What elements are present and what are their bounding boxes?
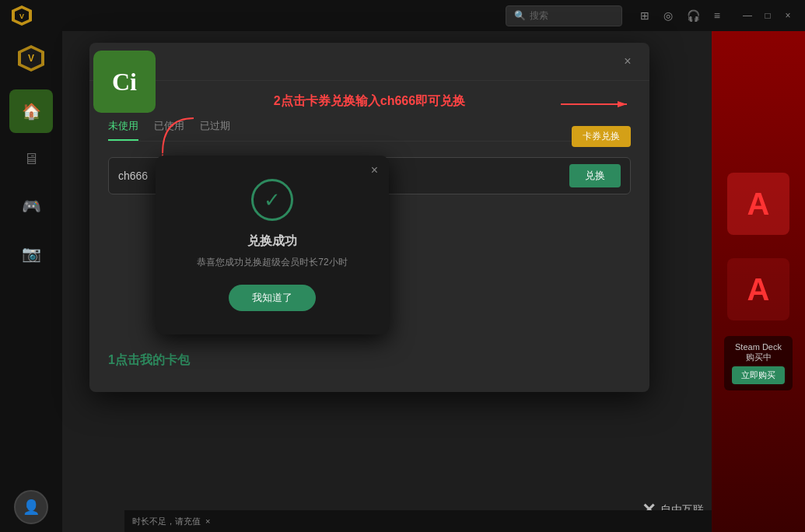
checkmark-icon: ✓: [264, 188, 281, 212]
search-placeholder: 搜索: [530, 9, 548, 23]
sidebar-logo: V: [12, 39, 51, 78]
success-dialog: × ✓ 兑换成功 恭喜您成功兑换超级会员时长72小时 我知道了: [156, 156, 389, 334]
grid-icon[interactable]: ⊞: [636, 8, 653, 23]
svg-text:V: V: [28, 53, 34, 64]
status-text: 时长不足，请充值: [132, 516, 201, 527]
search-box[interactable]: 🔍 搜索: [506, 5, 622, 26]
sidebar: V 🏠 🖥 🎮 📷 👤: [0, 31, 62, 532]
annotation-label: 2点击卡券兑换输入ch666即可兑换: [274, 94, 465, 107]
right-panel: A A Steam Deck 购买中 立即购买: [712, 31, 805, 532]
svg-text:V: V: [19, 12, 24, 20]
success-title: 兑换成功: [174, 233, 370, 250]
badge-line2: 购买中: [732, 352, 785, 363]
games-icon: 🎮: [22, 197, 41, 215]
app-logo: V: [8, 2, 36, 30]
game-logo-2: A: [727, 258, 789, 320]
badge-line1: Steam Deck: [732, 342, 785, 352]
success-close-button[interactable]: ×: [371, 163, 378, 177]
maximize-button[interactable]: □: [758, 6, 777, 25]
step1-label: 1点击我的卡包: [108, 352, 190, 369]
redeem-button[interactable]: 兑换: [569, 164, 621, 187]
avatar-icon: 👤: [23, 499, 40, 516]
arrow-right: [561, 95, 639, 114]
screen-icon: 🖥: [23, 150, 39, 168]
camera-icon: 📷: [22, 244, 41, 263]
confirm-button[interactable]: 我知道了: [229, 285, 316, 311]
logo-text: A: [747, 187, 770, 222]
sidebar-item-camera[interactable]: 📷: [9, 232, 53, 275]
search-area: 🔍 搜索 ⊞ ◎ 🎧 ≡ — □ ×: [506, 5, 797, 26]
menu-icon[interactable]: ≡: [710, 8, 724, 23]
sidebar-item-home[interactable]: 🏠: [9, 89, 53, 133]
status-bar: 时长不足，请充值 ×: [124, 510, 712, 532]
sidebar-bottom: 👤: [14, 490, 48, 524]
sidebar-item-games[interactable]: 🎮: [9, 184, 53, 228]
ci-logo: Ci: [93, 51, 156, 113]
arrow-down: [147, 114, 209, 161]
status-close[interactable]: ×: [205, 516, 210, 526]
title-icon-group: ⊞ ◎ 🎧 ≡: [636, 8, 724, 23]
avatar[interactable]: 👤: [14, 490, 48, 524]
search-icon: 🔍: [514, 10, 526, 21]
dialog-close-button[interactable]: ×: [620, 54, 635, 69]
success-icon: ✓: [251, 179, 293, 221]
buy-button[interactable]: 立即购买: [732, 366, 785, 384]
success-description: 恭喜您成功兑换超级会员时长72小时: [174, 256, 370, 269]
buy-badge: Steam Deck 购买中 立即购买: [724, 336, 793, 390]
title-bar: V 🔍 搜索 ⊞ ◎ 🎧 ≡ — □ ×: [0, 0, 805, 31]
close-button[interactable]: ×: [779, 6, 797, 25]
minimize-button[interactable]: —: [738, 6, 757, 25]
voucher-exchange-button[interactable]: 卡券兑换: [572, 126, 631, 147]
annotation-text: 2点击卡券兑换输入ch666即可兑换: [108, 93, 631, 110]
home-icon: 🏠: [22, 102, 41, 121]
user-icon[interactable]: ◎: [660, 8, 677, 23]
window-controls: — □ ×: [738, 6, 797, 25]
game-logo: A: [727, 173, 789, 235]
dialog-header: 我的卡包 ×: [89, 43, 649, 81]
sidebar-item-screen[interactable]: 🖥: [9, 137, 53, 180]
headset-icon[interactable]: 🎧: [683, 8, 704, 23]
tab-unused[interactable]: 未使用: [108, 119, 138, 141]
